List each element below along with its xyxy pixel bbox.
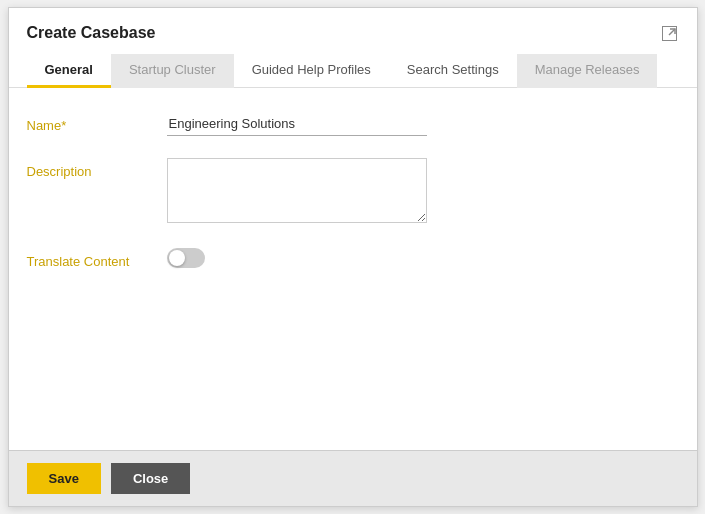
- tab-guided-help-profiles[interactable]: Guided Help Profiles: [234, 54, 389, 88]
- name-input[interactable]: [167, 112, 427, 136]
- translate-content-label: Translate Content: [27, 248, 167, 269]
- tab-manage-releases[interactable]: Manage Releases: [517, 54, 658, 88]
- expand-button[interactable]: [660, 22, 679, 44]
- toggle-slider: [167, 248, 205, 268]
- modal-footer: Save Close: [9, 450, 697, 506]
- modal-header: Create Casebase: [9, 8, 697, 54]
- translate-content-toggle[interactable]: [167, 248, 205, 268]
- description-row: Description: [27, 158, 679, 226]
- description-textarea[interactable]: [167, 158, 427, 223]
- name-label: Name: [27, 112, 167, 133]
- modal-body: Name Description Translate Content: [9, 88, 697, 450]
- expand-icon: [662, 26, 677, 41]
- name-input-wrapper: [167, 112, 427, 136]
- translate-content-row: Translate Content: [27, 248, 679, 269]
- description-textarea-wrapper: [167, 158, 427, 226]
- tabs-bar: General Startup Cluster Guided Help Prof…: [9, 54, 697, 88]
- tab-search-settings[interactable]: Search Settings: [389, 54, 517, 88]
- modal-title: Create Casebase: [27, 24, 156, 42]
- save-button[interactable]: Save: [27, 463, 101, 494]
- svg-line-0: [669, 29, 675, 35]
- create-casebase-modal: Create Casebase General Startup Cluster …: [8, 7, 698, 507]
- name-row: Name: [27, 112, 679, 136]
- close-button[interactable]: Close: [111, 463, 190, 494]
- tab-general[interactable]: General: [27, 54, 111, 88]
- description-label: Description: [27, 158, 167, 179]
- tab-startup-cluster[interactable]: Startup Cluster: [111, 54, 234, 88]
